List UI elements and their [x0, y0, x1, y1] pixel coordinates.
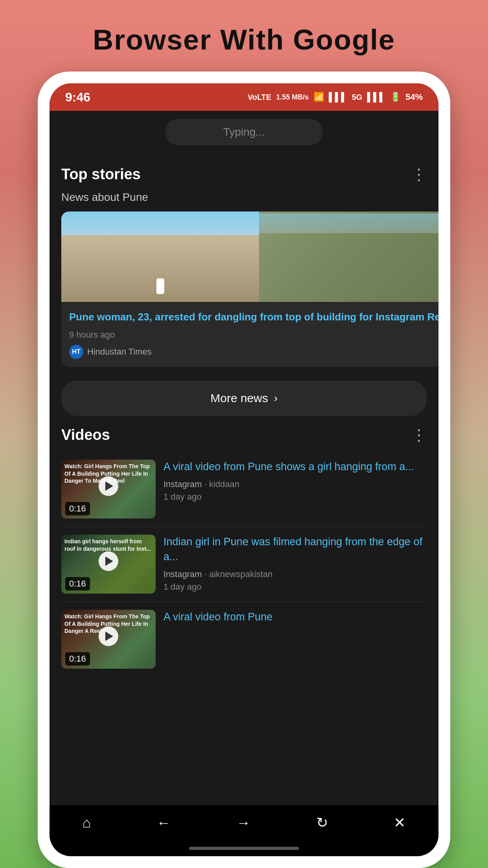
news-card-time-1: 9 hours ago: [69, 330, 438, 340]
speed-indicator: 1.55 MB/s: [276, 93, 309, 101]
battery-percent: 54%: [405, 92, 423, 102]
video-play-button-2[interactable]: [99, 552, 118, 571]
refresh-icon: ↻: [316, 815, 328, 831]
source-abbr-1: HT: [72, 348, 80, 355]
bottom-nav: ⌂ ← → ↻ ✕: [50, 805, 438, 840]
play-triangle-icon-1: [105, 482, 113, 491]
video-duration-1: 0:16: [65, 502, 90, 515]
video-duration-3: 0:16: [65, 652, 90, 666]
video-item-1[interactable]: Watch: Girl Hangs From The Top Of A Buil…: [61, 452, 427, 527]
video-thumb-3[interactable]: Watch: Girl Hangs From The Top Of A Buil…: [61, 610, 156, 669]
home-button[interactable]: ⌂: [75, 811, 99, 835]
wifi-icon: 📶: [314, 92, 324, 102]
app-title: Browser With Google: [77, 0, 411, 72]
more-news-arrow-icon: ›: [274, 392, 277, 405]
news-cards-container[interactable]: Pune woman, 23, arrested for dangling fr…: [50, 211, 438, 371]
video-source-1: Instagram: [163, 479, 202, 489]
source-logo-ht: HT: [69, 345, 83, 359]
bottom-indicator: [189, 847, 299, 850]
close-icon: ✕: [394, 815, 405, 831]
search-area: Typing...: [50, 111, 438, 153]
video-title-3: A viral video from Pune: [163, 610, 427, 625]
video-time-2: 1 day ago: [163, 582, 427, 592]
section-title-top-stories: Top stories: [61, 166, 141, 183]
video-source-2: Instagram: [163, 569, 202, 579]
videos-menu-icon[interactable]: ⋮: [411, 426, 427, 444]
videos-section-header: Videos ⋮: [61, 426, 427, 444]
back-icon: ←: [157, 815, 171, 831]
news-card-title-1: Pune woman, 23, arrested for dangling fr…: [69, 310, 438, 324]
video-source-line-1: Instagram · kiddaan: [163, 479, 427, 489]
video-title-1: A viral video from Pune shows a girl han…: [163, 460, 427, 474]
search-placeholder: Typing...: [223, 126, 265, 138]
battery-icon: 🔋: [390, 92, 401, 102]
bottom-indicator-bar: [50, 840, 438, 856]
video-thumb-2[interactable]: Indian girl hangs herself from roof in d…: [61, 535, 156, 594]
news-card-image-1: [61, 211, 438, 302]
video-item-3[interactable]: Watch: Girl Hangs From The Top Of A Buil…: [61, 602, 427, 677]
refresh-button[interactable]: ↻: [308, 811, 336, 835]
source-name-1: Hindustan Times: [87, 347, 152, 357]
status-time: 9:46: [65, 90, 90, 105]
search-input[interactable]: Typing...: [165, 119, 323, 145]
play-triangle-icon-3: [105, 632, 113, 641]
section-menu-icon[interactable]: ⋮: [411, 165, 427, 183]
video-item-2[interactable]: Indian girl hangs herself from roof in d…: [61, 527, 427, 602]
video-info-1: A viral video from Pune shows a girl han…: [163, 460, 427, 502]
video-source-line-2: Instagram · aiknewspakistan: [163, 569, 427, 579]
signal-icon-2: ▌▌▌: [367, 92, 385, 102]
section-header: Top stories ⋮: [61, 165, 427, 183]
news-card-body-1: Pune woman, 23, arrested for dangling fr…: [61, 302, 438, 367]
video-info-2: Indian girl in Pune was filmed hanging f…: [163, 535, 427, 592]
5g-badge: 5G: [352, 93, 363, 102]
video-author-2: aiknewspakistan: [209, 569, 272, 579]
video-play-button-1[interactable]: [99, 476, 118, 496]
video-thumb-text-2: Indian girl hangs herself from roof in d…: [64, 538, 152, 552]
video-author-1: kiddaan: [209, 479, 239, 489]
news-card-1[interactable]: Pune woman, 23, arrested for dangling fr…: [61, 211, 438, 367]
video-list: Watch: Girl Hangs From The Top Of A Buil…: [61, 452, 427, 677]
status-bar: 9:46 VoLTE 1.55 MB/s 📶 ▌▌▌ 5G ▌▌▌ 🔋 54%: [50, 83, 438, 111]
home-icon: ⌂: [83, 815, 91, 831]
news-location: News about Pune: [61, 191, 427, 204]
close-button[interactable]: ✕: [386, 811, 413, 835]
signal-icon: ▌▌▌: [329, 92, 347, 102]
forward-icon: →: [237, 815, 251, 831]
play-triangle-icon-2: [105, 557, 113, 566]
news-source-1: HT Hindustan Times: [69, 345, 438, 359]
phone-screen: 9:46 VoLTE 1.55 MB/s 📶 ▌▌▌ 5G ▌▌▌ 🔋 54% …: [50, 83, 438, 856]
more-news-label: More news: [210, 392, 268, 405]
video-title-2: Indian girl in Pune was filmed hanging f…: [163, 535, 427, 565]
videos-section: Videos ⋮ Watch: Girl Hangs From The Top …: [50, 426, 438, 677]
video-thumb-1[interactable]: Watch: Girl Hangs From The Top Of A Buil…: [61, 460, 156, 519]
status-icons: VoLTE 1.55 MB/s 📶 ▌▌▌ 5G ▌▌▌ 🔋 54%: [248, 92, 423, 102]
more-news-button[interactable]: More news ›: [61, 381, 427, 416]
top-stories-section: Top stories ⋮ News about Pune: [50, 153, 438, 371]
phone-shell: 9:46 VoLTE 1.55 MB/s 📶 ▌▌▌ 5G ▌▌▌ 🔋 54% …: [38, 72, 450, 868]
video-duration-2: 0:16: [65, 577, 90, 590]
video-author-sep-2: ·: [204, 569, 209, 579]
forward-button[interactable]: →: [229, 811, 259, 835]
scroll-content[interactable]: Top stories ⋮ News about Pune: [50, 153, 438, 805]
back-button[interactable]: ←: [149, 811, 179, 835]
lte-icon: VoLTE: [248, 93, 271, 102]
video-author-sep-1: ·: [204, 479, 209, 489]
section-title-videos: Videos: [61, 427, 110, 443]
video-time-1: 1 day ago: [163, 492, 427, 502]
video-play-button-3[interactable]: [99, 627, 118, 646]
video-info-3: A viral video from Pune: [163, 610, 427, 629]
